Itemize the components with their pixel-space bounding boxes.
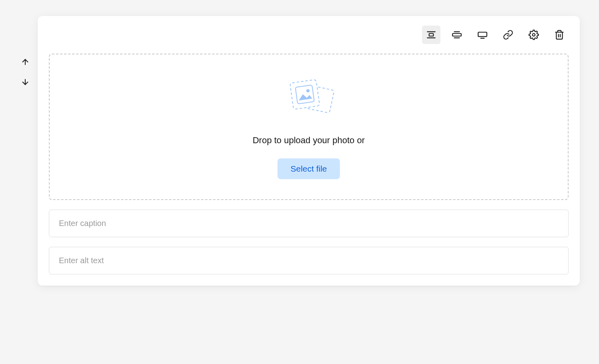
move-down-button[interactable] — [19, 76, 31, 88]
caption-input[interactable] — [49, 210, 569, 237]
select-file-button[interactable]: Select file — [277, 158, 340, 179]
svg-point-10 — [533, 34, 535, 36]
gear-icon — [529, 30, 539, 40]
image-placeholder-icon — [283, 78, 335, 122]
alt-text-input[interactable] — [49, 247, 569, 274]
block-toolbar — [49, 26, 569, 44]
svg-rect-8 — [478, 32, 487, 37]
svg-rect-14 — [290, 80, 320, 110]
link-icon — [503, 30, 513, 40]
width-wide-icon — [452, 30, 462, 40]
delete-button[interactable] — [550, 26, 569, 44]
trash-icon — [554, 30, 565, 40]
dropzone-text: Drop to upload your photo or — [253, 135, 365, 146]
width-full-button[interactable] — [473, 26, 492, 44]
reorder-controls — [19, 16, 31, 286]
width-wide-button[interactable] — [448, 26, 466, 44]
width-regular-button[interactable] — [422, 26, 440, 44]
width-full-icon — [477, 30, 488, 40]
arrow-down-icon — [21, 78, 30, 86]
move-up-button[interactable] — [19, 56, 31, 68]
svg-rect-3 — [429, 34, 434, 36]
settings-button[interactable] — [525, 26, 543, 44]
svg-rect-6 — [452, 34, 461, 36]
upload-dropzone[interactable]: Drop to upload your photo or Select file — [49, 54, 569, 200]
width-regular-icon — [426, 30, 436, 40]
image-block-card: Drop to upload your photo or Select file — [38, 16, 580, 286]
arrow-up-icon — [21, 58, 30, 66]
link-button[interactable] — [499, 26, 517, 44]
